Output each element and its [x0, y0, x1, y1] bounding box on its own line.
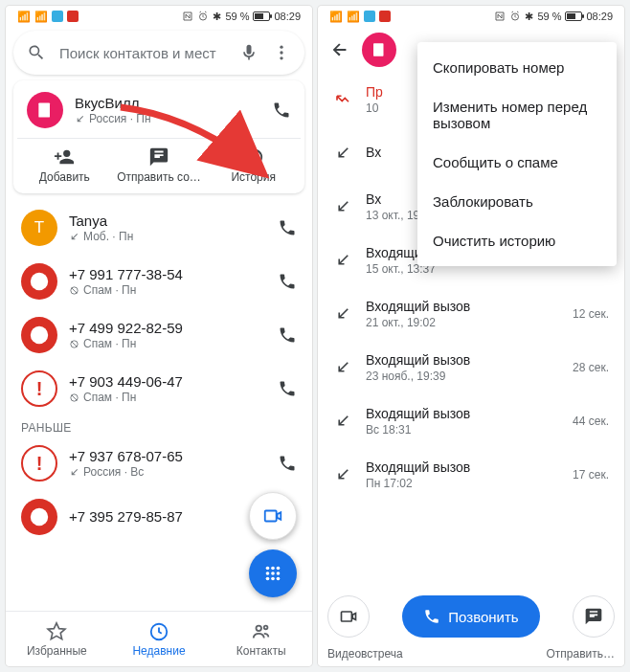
menu-item[interactable]: Изменить номер перед вызовом [417, 87, 617, 143]
more-icon[interactable] [272, 43, 291, 62]
block-icon [69, 339, 79, 349]
history-row[interactable]: Входящий вызов Вс 18:31 44 сек. [318, 394, 624, 448]
star-icon [46, 621, 67, 642]
call-button[interactable] [278, 454, 297, 473]
incoming-call-icon [334, 413, 351, 430]
history-duration: 17 сек. [573, 468, 609, 482]
contact-sub: Россия · Пн [75, 112, 260, 125]
phone-icon [423, 608, 440, 625]
wifi-icon: 📶 [347, 11, 360, 23]
block-icon [69, 285, 79, 296]
bottom-actions: Позвонить [318, 586, 624, 647]
nav-contacts[interactable]: Контакты [210, 612, 312, 666]
video-icon [339, 607, 358, 626]
spam-avatar: ! [21, 370, 57, 407]
call-title: Tanya [69, 213, 266, 229]
nav-recent[interactable]: Недавние [108, 612, 211, 666]
call-button[interactable]: Позвонить [402, 595, 539, 638]
message-button[interactable] [573, 595, 615, 638]
building-icon [35, 101, 55, 120]
history-title: Входящий вызов [366, 299, 559, 314]
warn-icon [29, 325, 50, 346]
bluetooth-icon: ✱ [525, 11, 533, 23]
history-row[interactable]: Входящий вызов Пн 17:02 17 сек. [318, 448, 624, 502]
nfc-icon [182, 11, 193, 22]
incoming-call-icon [334, 466, 351, 483]
video-icon [262, 505, 283, 526]
history-icon [243, 146, 264, 168]
video-fab[interactable] [249, 492, 297, 540]
add-contact-action[interactable]: Добавить [17, 139, 112, 186]
history-row[interactable]: Входящий вызов 21 окт., 19:02 12 сек. [318, 287, 624, 341]
incoming-call-icon [334, 198, 351, 215]
warn-icon [29, 271, 50, 292]
call-row[interactable]: ! +7 937 678-07-65 Россия · Вс [6, 437, 312, 490]
call-button[interactable] [278, 325, 297, 345]
call-row[interactable]: T Tanya Моб. · Пн [6, 201, 312, 255]
history-duration: 44 сек. [573, 414, 609, 428]
incoming-call-icon [334, 252, 351, 269]
nav-favorites[interactable]: Избранные [6, 612, 108, 666]
mic-icon[interactable] [239, 43, 259, 62]
telegram-icon [364, 11, 375, 22]
battery-text: 59 % [537, 11, 561, 22]
call-sub: Россия · Вс [69, 465, 266, 479]
clock-icon [148, 621, 169, 642]
block-icon [69, 392, 79, 403]
left-screen: 📶 📶 ✱ 59 % 08:29 Поиск контактов и мест … [6, 6, 312, 666]
back-button[interactable] [329, 39, 350, 60]
menu-item[interactable]: Скопировать номер [417, 48, 617, 87]
call-title: +7 499 922-82-59 [69, 320, 266, 336]
contact-name: ВкусВилл [75, 95, 260, 111]
bottom-nav: Избранные Недавние Контакты [6, 611, 312, 666]
history-row[interactable]: Входящий вызов 23 нояб., 19:39 28 сек. [318, 341, 624, 394]
history-title: Входящий вызов [366, 459, 559, 475]
call-button[interactable] [278, 272, 297, 291]
incoming-call-icon [334, 145, 351, 162]
call-row[interactable]: ! +7 903 449-06-47 Спам · Пн [6, 362, 312, 415]
spam-avatar [21, 263, 57, 300]
menu-item[interactable]: Сообщить о спаме [417, 143, 617, 182]
incoming-call-icon [334, 305, 351, 323]
send-label: Отправить… [519, 647, 615, 661]
video-call-button[interactable] [327, 595, 370, 638]
call-title: +7 903 449-06-47 [69, 373, 266, 390]
send-message-action[interactable]: Отправить со… [112, 139, 207, 186]
call-row[interactable]: +7 991 777-38-54 Спам · Пн [6, 255, 312, 308]
signal-icon: 📶 [17, 11, 31, 23]
menu-item[interactable]: Очистить историю [417, 221, 617, 260]
context-menu: Скопировать номерИзменить номер перед вы… [417, 42, 617, 266]
contact-avatar [362, 33, 396, 67]
video-label: Видеовстреча [327, 647, 423, 661]
spam-avatar [21, 499, 57, 535]
search-placeholder: Поиск контактов и мест [59, 45, 226, 61]
call-row[interactable]: +7 499 922-82-59 Спам · Пн [6, 308, 312, 362]
bluetooth-icon: ✱ [213, 11, 221, 23]
call-sub: Спам · Пн [69, 337, 266, 350]
history-action[interactable]: История [206, 139, 301, 186]
call-button[interactable] [278, 218, 297, 237]
call-title: +7 991 777-38-54 [69, 266, 266, 282]
search-bar[interactable]: Поиск контактов и мест [13, 31, 304, 75]
telegram-icon [52, 11, 63, 22]
incoming-small-icon [69, 467, 79, 478]
contacts-icon [251, 621, 272, 642]
call-button[interactable] [272, 101, 291, 120]
call-button[interactable] [278, 379, 297, 398]
contact-avatar: T [21, 210, 57, 246]
call-title: +7 937 678-07-65 [69, 448, 266, 464]
spam-avatar: ! [21, 445, 57, 482]
battery-icon [565, 11, 582, 21]
menu-item[interactable]: Заблокировать [417, 182, 617, 221]
dialpad-fab[interactable] [249, 549, 297, 597]
warn-icon [29, 506, 50, 527]
app-icon [67, 11, 79, 22]
history-duration: 12 сек. [573, 307, 609, 321]
history-title: Входящий вызов [366, 352, 559, 368]
clock-text: 08:29 [274, 11, 301, 22]
history-sub: 21 окт., 19:02 [366, 316, 559, 329]
message-icon [148, 146, 169, 168]
history-sub: Вс 18:31 [366, 423, 559, 437]
history-sub: Пн 17:02 [366, 477, 559, 490]
call-sub: Спам · Пн [69, 283, 266, 297]
